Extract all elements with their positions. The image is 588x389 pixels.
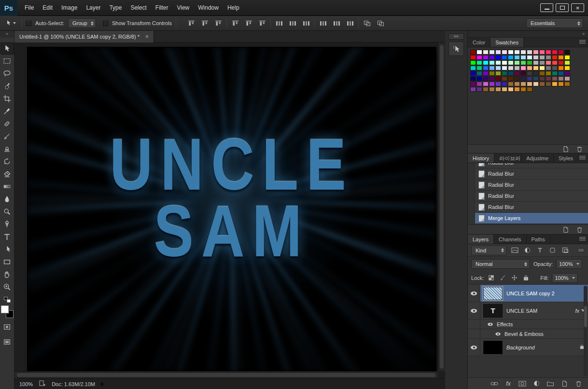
layer-row-uncle-sam-copy-2[interactable]: UNCLE SAM copy 2 (468, 285, 588, 302)
color-swatch[interactable] (564, 71, 570, 76)
tab-layers[interactable]: Layers (468, 235, 494, 244)
color-swatch[interactable] (539, 55, 545, 60)
collapse-tools-icon[interactable]: » (0, 31, 14, 38)
panel-menu-icon[interactable] (579, 40, 586, 44)
foreground-background-swatch[interactable] (1, 306, 14, 318)
color-swatch[interactable] (520, 50, 526, 55)
tab-channels[interactable]: Channels (494, 235, 526, 244)
gradient-tool[interactable] (0, 181, 14, 193)
color-swatch[interactable] (483, 76, 489, 81)
horizontal-scrollbar[interactable] (14, 371, 438, 378)
color-swatch[interactable] (514, 60, 520, 65)
type-layer-filter-icon[interactable] (535, 246, 545, 255)
tab-history[interactable]: History (468, 153, 494, 163)
distribute-left-edges-icon[interactable] (318, 18, 328, 28)
align-horizontal-centers-icon[interactable] (243, 18, 254, 28)
vertical-scrollbar[interactable] (438, 42, 445, 371)
history-item[interactable]: Radial Blur (468, 168, 588, 180)
panel-menu-icon[interactable] (579, 156, 586, 160)
color-swatch[interactable] (564, 55, 570, 60)
color-swatch[interactable] (527, 71, 532, 76)
color-swatch[interactable] (552, 55, 558, 60)
document-tab[interactable]: Untitled-1 @ 100% (UNCLE SAM copy 2, RGB… (14, 31, 154, 42)
default-colors-icon[interactable] (4, 297, 11, 303)
color-swatch[interactable] (527, 50, 532, 55)
distribute-horizontal-centers-icon[interactable] (331, 18, 342, 28)
auto-align-layers-icon[interactable] (362, 18, 372, 28)
color-swatch[interactable] (533, 71, 539, 76)
history-item[interactable]: Radial Blur (468, 191, 588, 202)
crop-tool[interactable] (0, 93, 14, 105)
color-swatch[interactable] (508, 60, 514, 65)
menu-item-layer[interactable]: Layer (82, 0, 105, 16)
blur-tool[interactable] (0, 193, 14, 205)
layer-style-icon[interactable]: fx (504, 379, 513, 388)
color-swatch[interactable] (502, 55, 507, 60)
color-swatch[interactable] (552, 60, 558, 65)
color-swatch[interactable] (527, 66, 532, 70)
color-swatch[interactable] (533, 55, 539, 60)
layer-filter-toggle[interactable] (577, 248, 585, 252)
color-swatch[interactable] (489, 76, 495, 81)
color-swatch[interactable] (476, 82, 482, 86)
tab-libraries[interactable]: 라이브러리 (494, 153, 521, 163)
lock-position-icon[interactable] (510, 274, 518, 282)
color-swatch[interactable] (495, 82, 501, 86)
color-swatch[interactable] (552, 71, 558, 76)
dodge-tool[interactable] (0, 206, 14, 218)
minimize-button[interactable] (540, 3, 553, 12)
menu-item-edit[interactable]: Edit (38, 0, 57, 16)
tab-color[interactable]: Color (468, 38, 490, 47)
color-swatch[interactable] (558, 76, 564, 81)
color-swatch[interactable] (476, 55, 482, 60)
new-adjustment-layer-icon[interactable] (532, 379, 541, 388)
distribute-bottom-edges-icon[interactable] (301, 18, 311, 28)
color-swatch[interactable] (483, 82, 489, 86)
blend-mode-dropdown[interactable]: Normal (471, 259, 530, 269)
history-brush-tool[interactable] (0, 155, 14, 167)
color-swatch[interactable] (514, 82, 520, 86)
color-swatch[interactable] (558, 55, 564, 60)
shape-layer-filter-icon[interactable] (548, 246, 557, 255)
fill-dropdown[interactable]: 100% (552, 273, 578, 283)
color-swatch[interactable] (483, 71, 489, 76)
color-swatch[interactable] (502, 82, 507, 86)
maximize-button[interactable] (556, 3, 569, 12)
color-swatch[interactable] (508, 82, 514, 86)
auto-select-checkbox[interactable] (26, 21, 31, 26)
color-swatch[interactable] (539, 50, 545, 55)
color-swatch[interactable] (470, 71, 476, 76)
align-right-edges-icon[interactable] (257, 18, 267, 28)
history-item[interactable]: Radial Blur (468, 202, 588, 213)
color-swatch[interactable] (564, 60, 570, 65)
color-swatch[interactable] (483, 55, 489, 60)
show-transform-checkbox[interactable] (103, 21, 108, 26)
distribute-vertical-centers-icon[interactable] (287, 18, 298, 28)
lasso-tool[interactable] (0, 68, 14, 80)
tab-adjustments[interactable]: Adjustme (521, 153, 554, 163)
color-swatch[interactable] (476, 66, 482, 70)
color-swatch[interactable] (546, 60, 551, 65)
delete-layer-icon[interactable] (574, 379, 583, 388)
color-swatch[interactable] (546, 76, 551, 81)
rectangle-tool[interactable] (0, 256, 14, 268)
color-swatch[interactable] (520, 87, 526, 92)
color-swatch[interactable] (546, 55, 551, 60)
color-swatch[interactable] (558, 66, 564, 70)
color-swatch[interactable] (539, 66, 545, 70)
color-swatch[interactable] (495, 66, 501, 70)
color-swatch[interactable] (502, 66, 507, 70)
distribute-right-edges-icon[interactable] (345, 18, 355, 28)
tab-swatches[interactable]: Swatches (490, 38, 524, 47)
color-swatch[interactable] (470, 87, 476, 92)
color-swatch[interactable] (546, 50, 551, 55)
color-swatch[interactable] (489, 60, 495, 65)
document-canvas[interactable]: UNCLE SAM (28, 47, 436, 371)
color-swatch[interactable] (489, 71, 495, 76)
color-swatch[interactable] (495, 60, 501, 65)
color-swatch[interactable] (552, 82, 558, 86)
color-swatch[interactable] (508, 50, 514, 55)
lock-all-icon[interactable] (522, 274, 530, 282)
history-brush-source-box[interactable] (468, 163, 475, 168)
link-layers-icon[interactable] (490, 379, 499, 388)
